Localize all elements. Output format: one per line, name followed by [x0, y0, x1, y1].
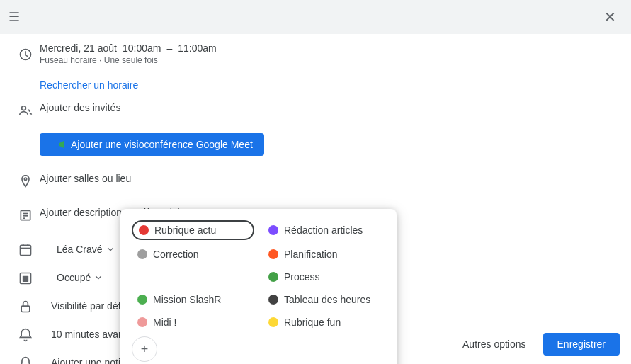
- svg-rect-14: [21, 306, 30, 312]
- color-dot-process: [268, 272, 278, 282]
- popup-item-correction[interactable]: Correction: [132, 246, 254, 263]
- popup-item-redaction-articles[interactable]: Rédaction articles: [263, 220, 385, 240]
- meet-button-row: Ajouter une visioconférence Google Meet: [0, 130, 631, 167]
- popup-item-rubrique-actu[interactable]: Rubrique actu: [132, 220, 254, 240]
- svg-rect-2: [52, 140, 59, 149]
- popup-item-planification[interactable]: Planification: [263, 246, 385, 263]
- popup-item-midi[interactable]: Midi !: [132, 314, 254, 331]
- location-icon: [11, 173, 40, 188]
- color-dot-mission-slashr: [137, 295, 147, 305]
- add-rooms-row: Ajouter salles ou lieu: [0, 167, 631, 201]
- menu-icon[interactable]: ☰: [8, 9, 20, 25]
- popup-item-label-process: Process: [284, 271, 320, 283]
- color-dot-correction: [137, 249, 147, 259]
- color-dot-rubrique-actu: [139, 225, 149, 235]
- popup-item-tableau-heures[interactable]: Tableau des heures: [263, 291, 385, 308]
- popup-item-rubrique-fun[interactable]: Rubrique fun: [263, 314, 385, 331]
- lock-icon: [11, 298, 40, 314]
- recurrence-label: Une seule fois: [104, 55, 158, 65]
- calendar-color-popup: Rubrique actu Rédaction articles Correct…: [120, 209, 397, 364]
- popup-item-mission-slashr[interactable]: Mission SlashR: [132, 291, 254, 308]
- add-guests-label: Ajouter des invités: [40, 102, 620, 113]
- svg-point-3: [24, 178, 26, 180]
- popup-item-label-rubrique-actu: Rubrique actu: [154, 224, 216, 236]
- status-dropdown[interactable]: Occupé: [51, 269, 109, 286]
- popup-item-label-tableau-heures: Tableau des heures: [284, 294, 370, 305]
- popup-item-label-correction: Correction: [153, 249, 199, 260]
- event-date: Mercredi, 21 août: [40, 42, 117, 54]
- description-icon: [11, 207, 40, 222]
- meet-button-label: Ajouter une visioconférence Google Meet: [71, 139, 253, 150]
- autres-options-button[interactable]: Autres options: [451, 333, 538, 356]
- event-time-separator: –: [166, 42, 172, 54]
- top-bar: ☰ ✕: [0, 0, 631, 34]
- calendar-owner-dropdown[interactable]: Léa Cravé: [51, 241, 121, 258]
- color-dot-rubrique-fun: [268, 317, 278, 327]
- add-rooms-label: Ajouter salles ou lieu: [40, 173, 620, 184]
- notification-icon: [11, 355, 40, 364]
- time-row: Mercredi, 21 août 10:00am – 11:00am Fuse…: [0, 34, 631, 74]
- calendar-owner-label: Léa Cravé: [57, 244, 103, 255]
- clock-icon: [11, 46, 40, 62]
- bottom-bar: Autres options Enregistrer: [440, 324, 631, 364]
- svg-rect-8: [21, 245, 31, 255]
- add-icon: +: [141, 342, 149, 357]
- popup-item-label-redaction-articles: Rédaction articles: [284, 224, 363, 236]
- close-icon[interactable]: ✕: [597, 4, 623, 30]
- enregistrer-button[interactable]: Enregistrer: [543, 333, 620, 356]
- popup-item-label-midi: Midi !: [153, 317, 176, 328]
- chevron-down-icon: [106, 244, 115, 254]
- meet-button[interactable]: Ajouter une visioconférence Google Meet: [40, 133, 264, 156]
- popup-item-label-mission-slashr: Mission SlashR: [153, 294, 221, 305]
- color-dot-redaction-articles: [268, 225, 278, 235]
- popup-add-button[interactable]: +: [132, 336, 157, 362]
- event-time-end: 11:00am: [178, 42, 216, 54]
- add-guests-row: Ajouter des invités: [0, 96, 631, 130]
- color-dot-midi: [137, 317, 147, 327]
- status-icon: [11, 270, 40, 285]
- status-label: Occupé: [57, 272, 91, 283]
- calendar-icon: [11, 241, 40, 257]
- event-time-start: 10:00am: [123, 42, 161, 54]
- svg-rect-13: [23, 276, 28, 282]
- bell-icon: [11, 326, 40, 342]
- color-dot-tableau-heures: [268, 295, 278, 305]
- find-time-link[interactable]: Rechercher un horaire: [0, 74, 631, 96]
- guests-icon: [11, 102, 40, 118]
- color-dot-planification: [268, 249, 278, 259]
- popup-item-process[interactable]: Process: [263, 268, 385, 285]
- chevron-down-icon-status: [93, 273, 103, 283]
- time-info: Mercredi, 21 août 10:00am – 11:00am Fuse…: [40, 42, 217, 65]
- timezone-label: Fuseau horaire: [40, 55, 97, 65]
- svg-point-1: [22, 106, 26, 110]
- popup-item-label-planification: Planification: [284, 249, 338, 260]
- popup-grid: Rubrique actu Rédaction articles Correct…: [132, 220, 385, 362]
- popup-item-label-rubrique-fun: Rubrique fun: [284, 317, 341, 328]
